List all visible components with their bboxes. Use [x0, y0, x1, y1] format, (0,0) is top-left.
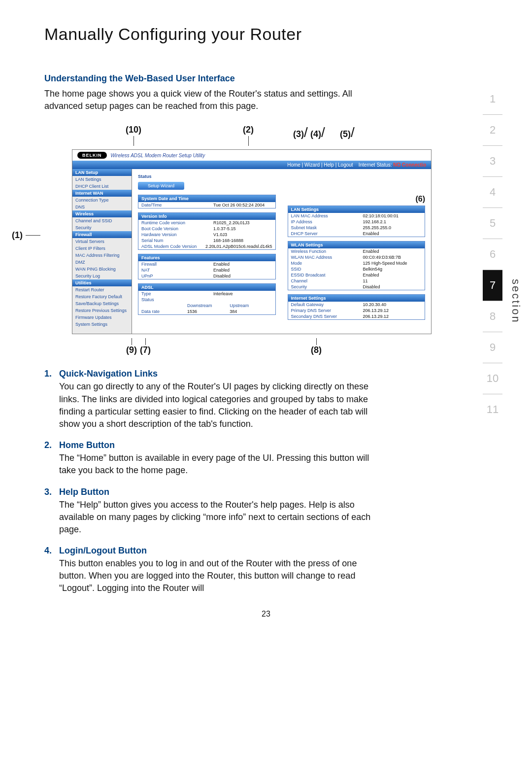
table-row: Default Gateway10.20.30.40: [288, 302, 425, 308]
system-table-head: System Date and Time: [138, 195, 275, 202]
belkin-logo: BELKIN: [77, 152, 107, 159]
sidebar-item[interactable]: Restore Previous Settings: [72, 307, 132, 314]
internet-table: Internet Settings Default Gateway10.20.3…: [288, 294, 426, 320]
sidebar-item[interactable]: WAN PING Blocking: [72, 266, 132, 273]
table-row: Wireless FunctionEnabled: [288, 248, 425, 254]
intro-paragraph: The home page shows you a quick view of …: [44, 88, 384, 112]
status-label: Status: [138, 174, 276, 179]
table-row: Channel11: [288, 278, 425, 284]
section-tab-9[interactable]: 9: [483, 332, 502, 363]
features-table-head: Features: [138, 254, 275, 261]
callout-5: (5): [340, 129, 351, 139]
sidebar-head[interactable]: Firewall: [72, 231, 132, 238]
sidebar-item[interactable]: Save/Backup Settings: [72, 300, 132, 307]
sidebar-item[interactable]: MAC Address Filtering: [72, 252, 132, 259]
system-table: System Date and Time Date/TimeTue Oct 26…: [138, 195, 276, 208]
table-row: NATEnabled: [138, 267, 275, 273]
features-table: Features FirewallEnabledNATEnabledUPnPDi…: [138, 254, 276, 279]
sidebar-item[interactable]: DNS: [72, 204, 132, 210]
section-tab-11[interactable]: 11: [483, 394, 502, 425]
lan-table-head: LAN Settings: [288, 206, 425, 213]
router-ui-screenshot: BELKIN Wireless ADSL Modem Router Setup …: [72, 149, 432, 334]
callout-7: (7): [140, 345, 151, 355]
sidebar-item[interactable]: Virtual Servers: [72, 238, 132, 245]
internet-status-value: NO Connectio: [393, 162, 426, 168]
section-tab-3[interactable]: 3: [483, 145, 502, 176]
section-tab-5[interactable]: 5: [483, 207, 502, 239]
list-item: 3.Help ButtonThe “Help” button gives you…: [44, 487, 488, 536]
callout-1: (1): [12, 230, 40, 241]
sidebar-item[interactable]: Restore Factory Default: [72, 293, 132, 300]
sidebar-head[interactable]: Utilities: [72, 279, 132, 286]
sidebar-item[interactable]: Security: [72, 224, 132, 231]
sidebar-item[interactable]: Firmware Updates: [72, 314, 132, 321]
table-row: Primary DNS Server206.13.29.12: [288, 308, 425, 313]
callout-9: (9): [126, 345, 137, 355]
table-row: Mode125 High-Speed Mode: [288, 260, 425, 266]
sidebar-item[interactable]: Client IP Filters: [72, 245, 132, 252]
page-title: Manually Configuring your Router: [44, 25, 488, 44]
version-table: Version Info Runtime Code versionR1025_2…: [138, 212, 276, 250]
sidebar-item[interactable]: Security Log: [72, 273, 132, 279]
sidebar-head[interactable]: LAN Setup: [72, 169, 132, 176]
status-left-column: Status Setup Wizard System Date and Time…: [138, 174, 276, 324]
table-row: WLAN MAC Address00:C0:49:D3:6B:7B: [288, 254, 425, 260]
table-row: UPnPDisabled: [138, 273, 275, 279]
table-row: FirewallEnabled: [138, 261, 275, 267]
app-title: Wireless ADSL Modem Router Setup Utility: [111, 153, 205, 158]
topnav-links[interactable]: Home | Wizard | Help | Logout: [287, 162, 353, 168]
adsl-table-head: ADSL: [138, 284, 275, 291]
sidebar-item[interactable]: System Settings: [72, 321, 132, 328]
sidebar-item[interactable]: LAN Settings: [72, 176, 132, 183]
section-tab-10[interactable]: 10: [483, 363, 502, 394]
sidebar-item[interactable]: DHCP Client List: [72, 183, 132, 190]
sidebar-head[interactable]: Internet WAN: [72, 190, 132, 197]
setup-wizard-button[interactable]: Setup Wizard: [138, 182, 184, 190]
section-tab-6[interactable]: 6: [483, 239, 502, 270]
version-table-head: Version Info: [138, 213, 275, 220]
list-item: 2.Home ButtonThe “Home” button is availa…: [44, 440, 488, 477]
callout-4: (4): [310, 129, 321, 139]
sidebar: LAN SetupLAN SettingsDHCP Client ListInt…: [72, 169, 132, 334]
section-tab-8[interactable]: 8: [483, 301, 502, 332]
table-row: SSIDBelkin54g: [288, 266, 425, 272]
table-row: Boot Code Version1.0.37-5.15: [138, 226, 275, 232]
table-row: ESSID BroadcastEnabled: [288, 272, 425, 278]
lan-table: LAN Settings LAN MAC Address02:10:18:01:…: [288, 206, 426, 237]
list-item: 1.Quick-Navigation LinksYou can go direc…: [44, 369, 488, 430]
callout-8: (8): [311, 345, 322, 355]
sidebar-head[interactable]: Wireless: [72, 210, 132, 217]
callout-10: (10): [126, 125, 141, 135]
callout-2: (2): [243, 125, 254, 135]
table-row: SecurityDisabled: [288, 284, 425, 290]
table-row: ADSL Modem Code Version2.20L01.A2pB015c6…: [138, 243, 275, 249]
table-row: Serial Num168-168-16888: [138, 238, 275, 243]
table-row: DHCP ServerEnabled: [288, 231, 425, 237]
page-number: 23: [44, 610, 488, 619]
sidebar-item[interactable]: Restart Router: [72, 286, 132, 293]
sidebar-item[interactable]: Connection Type: [72, 197, 132, 204]
top-nav: Home | Wizard | Help | Logout Internet S…: [72, 161, 431, 169]
sidebar-item[interactable]: DMZ: [72, 259, 132, 266]
section-nav: 1234567891011: [483, 84, 502, 425]
subheading: Understanding the Web-Based User Interfa…: [44, 73, 488, 84]
table-row: Subnet Mask255.255.255.0: [288, 225, 425, 231]
section-tab-7[interactable]: 7: [483, 270, 502, 301]
table-row: IP Address192.168.2.1: [288, 219, 425, 225]
callout-6: (6): [288, 195, 426, 204]
wlan-table: WLAN Settings Wireless FunctionEnabledWL…: [288, 241, 426, 290]
table-row: Runtime Code versionR1025_2.20L01J3: [138, 220, 275, 226]
status-right-column: (6) LAN Settings LAN MAC Address02:10:18…: [288, 174, 426, 324]
table-row: Secondary DNS Server206.13.29.12: [288, 313, 425, 319]
figure: (10) (2) (3)/ (4)/ (5)/ (1) BELKIN Wirel…: [44, 125, 433, 359]
section-tab-2[interactable]: 2: [483, 114, 502, 145]
section-tab-4[interactable]: 4: [483, 176, 502, 207]
adsl-table: ADSL TypeInterleaveStatusDownstreamUpstr…: [138, 283, 276, 315]
list-item: 4.Login/Logout ButtonThis button enables…: [44, 546, 488, 595]
internet-status-label: Internet Status:: [359, 162, 392, 168]
section-label: section: [509, 279, 522, 324]
wlan-table-head: WLAN Settings: [288, 242, 425, 248]
section-tab-1[interactable]: 1: [483, 84, 502, 114]
callouts-top: (10) (2) (3)/ (4)/ (5)/: [44, 125, 433, 149]
sidebar-item[interactable]: Channel and SSID: [72, 217, 132, 224]
